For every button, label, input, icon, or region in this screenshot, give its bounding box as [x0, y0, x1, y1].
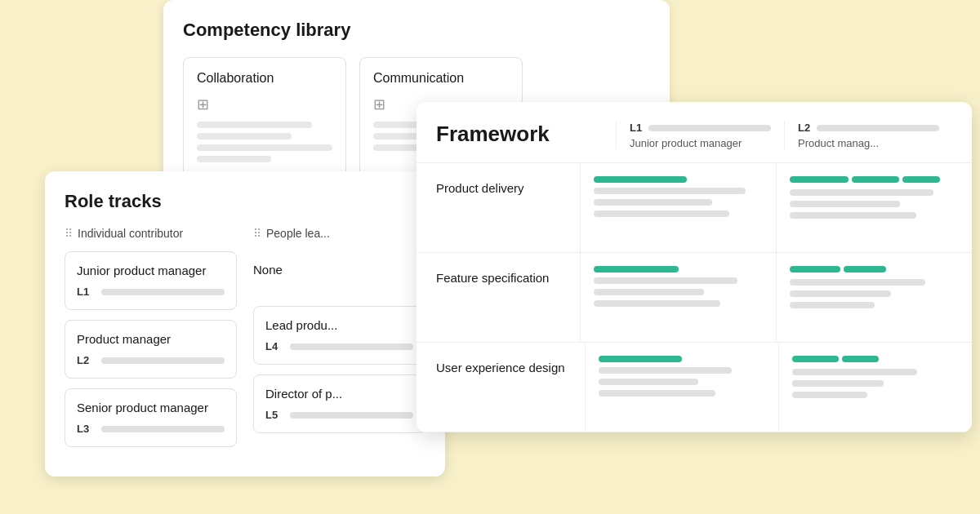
track-header-people: ⠿ People lea...: [253, 227, 425, 240]
competency-row-feature-spec: Feature specification: [416, 253, 972, 343]
skeleton: [648, 125, 771, 131]
level-name-junior: Junior product manager: [630, 137, 771, 149]
grey-bar: [599, 379, 699, 385]
role-name-none: None: [253, 263, 425, 277]
framework-title: Framework: [436, 122, 583, 147]
tracks-columns: ⠿ Individual contributor Junior product …: [65, 227, 425, 457]
comp-cells-product-delivery: [580, 163, 972, 252]
level-badge-l5: L5: [265, 409, 283, 421]
competency-row-ux-design: User experience design: [416, 343, 972, 432]
level-row-l2: L2: [77, 354, 225, 366]
level-row-l1: L1: [77, 286, 225, 298]
grey-bar: [594, 188, 746, 194]
drag-icon: ⠿: [253, 227, 261, 240]
level-badge-l3: L3: [77, 423, 95, 435]
grey-bar: [792, 369, 917, 375]
role-tracks-title: Role tracks: [65, 191, 425, 212]
comp-cell-ux-l1: [585, 343, 778, 432]
level-badge-l4: L4: [265, 340, 283, 352]
level-label-l1: L1: [630, 122, 642, 134]
level-row-l5: L5: [265, 409, 413, 421]
track-name-individual: Individual contributor: [78, 227, 183, 240]
role-item-senior-pm[interactable]: Senior product manager L3: [65, 388, 237, 447]
level-badge-l1: L1: [77, 286, 95, 298]
green-bar: [792, 356, 839, 362]
skeleton: [817, 125, 939, 131]
framework-body: Product delivery: [416, 162, 972, 432]
competency-label-feature-spec: Feature specification: [416, 253, 580, 342]
grid-icon: ⊞: [373, 95, 385, 113]
skeleton: [197, 122, 312, 128]
role-item-product-manager[interactable]: Product manager L2: [65, 320, 237, 379]
competency-row-product-delivery: Product delivery: [416, 163, 972, 253]
framework-levels: L1 Junior product manager L2 Product man…: [616, 122, 952, 149]
level-bar: [101, 426, 225, 432]
green-bar: [844, 266, 886, 273]
comp-cell-pd-l2: [776, 163, 972, 252]
competency-collaboration-name: Collaboration: [197, 71, 332, 86]
skeleton: [197, 133, 292, 140]
skeleton: [197, 156, 271, 162]
level-header-l2: L2: [798, 122, 939, 134]
green-bar: [594, 266, 679, 273]
role-tracks-card: Role tracks ⠿ Individual contributor Jun…: [45, 171, 445, 476]
role-item-junior[interactable]: Junior product manager L1: [65, 251, 237, 310]
green-bar: [594, 176, 687, 183]
level-bar: [290, 343, 413, 350]
green-bar: [842, 356, 879, 362]
grey-bar: [594, 277, 737, 284]
grey-bar: [594, 300, 720, 307]
role-name-director: Director of p...: [265, 387, 413, 401]
level-badge-l2: L2: [77, 354, 95, 366]
level-name-pm: Product manag...: [798, 137, 939, 149]
grid-icon: ⊞: [197, 95, 209, 113]
skeleton: [197, 144, 332, 151]
role-name-senior-pm: Senior product manager: [77, 401, 225, 414]
comp-cell-ux-l2: [778, 343, 972, 432]
comp-cell-fs-l2: [776, 253, 972, 342]
framework-header: Framework L1 Junior product manager L2 P…: [416, 122, 972, 162]
grey-bar: [599, 390, 715, 397]
track-header-individual: ⠿ Individual contributor: [65, 227, 237, 240]
competency-library-title: Competency library: [183, 20, 650, 41]
level-bar: [290, 412, 413, 419]
green-bar: [790, 266, 840, 273]
level-bar: [101, 289, 225, 295]
level-bar: [101, 357, 225, 364]
grey-bar: [790, 290, 891, 297]
green-bar: [790, 176, 849, 183]
grey-bar: [594, 289, 704, 295]
individual-contributor-column: ⠿ Individual contributor Junior product …: [65, 227, 237, 457]
role-name-pm: Product manager: [77, 332, 225, 346]
grey-bar: [790, 279, 925, 286]
comp-cell-fs-l1: [580, 253, 776, 342]
level-row-l4: L4: [265, 340, 413, 352]
role-name-lead: Lead produ...: [265, 318, 413, 332]
level-row-l3: L3: [77, 423, 225, 435]
level-header-l1: L1: [630, 122, 771, 134]
grey-bar: [599, 367, 732, 374]
competency-communication-name: Communication: [373, 71, 509, 86]
grey-bar: [790, 189, 933, 196]
competency-item-collaboration[interactable]: Collaboration ⊞: [183, 57, 346, 181]
role-name-junior: Junior product manager: [77, 264, 225, 277]
comp-cell-pd-l1: [580, 163, 776, 252]
role-item-director[interactable]: Director of p... L5: [253, 374, 425, 433]
grey-bar: [792, 380, 884, 387]
framework-level-l2: L2 Product manag...: [784, 122, 952, 149]
people-lead-column: ⠿ People lea... None Lead produ... L4 Di…: [253, 227, 425, 457]
comp-cells-feature-spec: [580, 253, 972, 342]
track-name-people: People lea...: [266, 227, 330, 240]
framework-level-l1: L1 Junior product manager: [616, 122, 784, 149]
green-bar: [599, 356, 682, 362]
comp-cells-ux-design: [585, 343, 972, 432]
grey-bar: [790, 201, 900, 207]
level-label-l2: L2: [798, 122, 810, 134]
role-item-lead[interactable]: Lead produ... L4: [253, 306, 425, 365]
competency-label-product-delivery: Product delivery: [416, 163, 580, 252]
grey-bar: [594, 210, 729, 217]
competency-label-ux-design: User experience design: [416, 343, 585, 432]
role-item-none: None: [253, 251, 425, 296]
framework-card: Framework L1 Junior product manager L2 P…: [416, 102, 972, 432]
green-bar: [852, 176, 899, 183]
